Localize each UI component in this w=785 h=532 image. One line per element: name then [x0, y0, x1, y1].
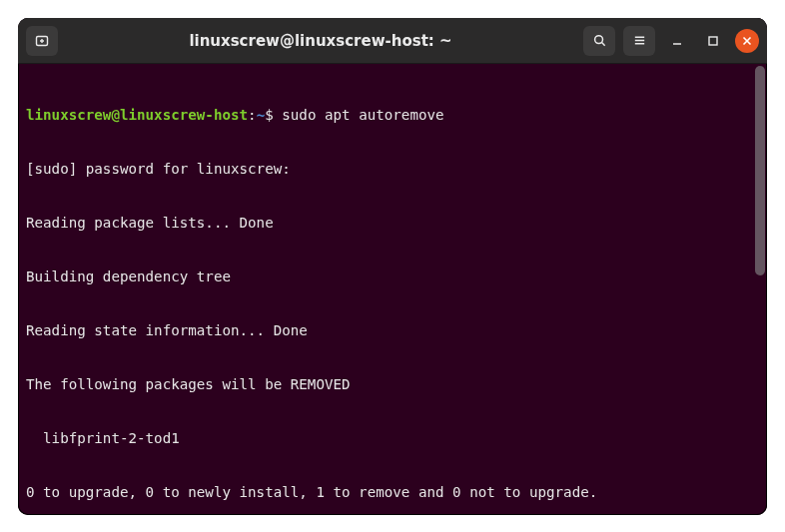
menu-icon [632, 33, 647, 48]
output-line: [sudo] password for linuxscrew: [26, 160, 757, 178]
prompt-symbol: $ [265, 107, 274, 123]
close-icon [742, 36, 752, 46]
menu-button[interactable] [623, 26, 655, 56]
minimize-icon [671, 35, 683, 47]
maximize-button[interactable] [699, 28, 727, 54]
output-line: 0 to upgrade, 0 to newly install, 1 to r… [26, 483, 757, 501]
terminal-window: linuxscrew@linuxscrew-host: ~ [18, 18, 767, 515]
search-button[interactable] [583, 26, 615, 56]
search-icon [592, 33, 607, 48]
new-tab-icon [34, 33, 50, 49]
minimize-button[interactable] [663, 28, 691, 54]
prompt-line-1: linuxscrew@linuxscrew-host:~$ sudo apt a… [26, 106, 757, 124]
svg-rect-9 [709, 37, 717, 45]
terminal-output[interactable]: linuxscrew@linuxscrew-host:~$ sudo apt a… [18, 64, 767, 515]
scrollbar[interactable] [755, 66, 765, 511]
prompt-path: ~ [257, 107, 266, 123]
new-tab-button[interactable] [26, 26, 58, 56]
command-input: sudo apt autoremove [282, 107, 443, 123]
prompt-user: linuxscrew@linuxscrew-host [26, 107, 248, 123]
output-line: Reading state information... Done [26, 321, 757, 339]
svg-line-4 [601, 43, 604, 46]
output-line: Building dependency tree [26, 267, 757, 285]
output-line: The following packages will be REMOVED [26, 375, 757, 393]
scrollbar-thumb[interactable] [755, 66, 765, 275]
maximize-icon [707, 35, 719, 47]
close-button[interactable] [735, 29, 759, 53]
svg-point-3 [594, 36, 602, 44]
window-title: linuxscrew@linuxscrew-host: ~ [66, 32, 575, 50]
titlebar: linuxscrew@linuxscrew-host: ~ [18, 18, 767, 64]
output-line: libfprint-2-tod1 [26, 429, 757, 447]
output-line: Reading package lists... Done [26, 214, 757, 232]
